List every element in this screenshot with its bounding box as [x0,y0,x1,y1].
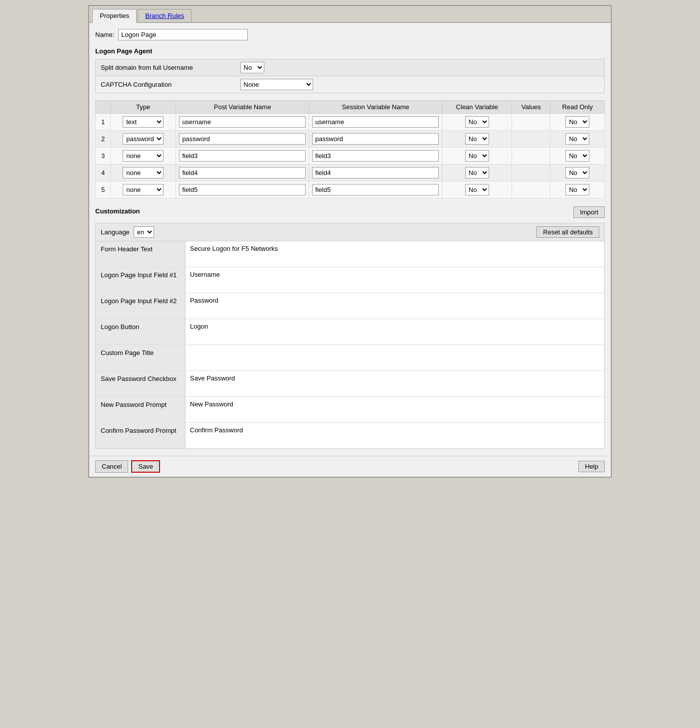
reset-defaults-button[interactable]: Reset all defaults [536,226,599,238]
type-select-5[interactable]: textpasswordnone [123,184,164,195]
clean-select-3[interactable]: NoYes [465,150,489,162]
agent-table: Split domain from full Username No Yes C… [95,59,605,93]
name-label: Name: [95,31,114,38]
row-values [512,182,550,198]
agent-row-1: Split domain from full Username No Yes [96,59,605,76]
custom-field-row: Logon Page Input Field #1 [96,267,604,293]
read-only-select-2[interactable]: NoYes [565,133,589,145]
agent-row-2: CAPTCHA Configuration None Google reCAPT… [96,76,605,93]
fields-header-row: Type Post Variable Name Session Variable… [96,101,605,114]
custom-textarea-6[interactable] [188,399,601,419]
custom-field-label-5: Save Password Checkbox [96,371,185,396]
read-only-select-1[interactable]: NoYes [565,116,589,128]
row-type: textpasswordnone [111,165,176,182]
session-var-input-4[interactable] [312,167,439,179]
custom-field-value-2 [185,293,604,319]
help-button[interactable]: Help [578,461,605,472]
row-type: textpasswordnone [111,131,176,148]
row-read-only: NoYes [550,165,605,182]
col-type: Type [111,101,176,114]
tab-properties[interactable]: Properties [92,9,137,23]
custom-field-label-4: Custom Page Title [96,345,185,370]
custom-field-value-5 [185,371,604,396]
row-read-only: NoYes [550,148,605,165]
col-values: Values [512,101,550,114]
language-select[interactable]: en de es fr ja zh [134,226,154,238]
custom-textarea-2[interactable] [188,295,601,315]
import-button[interactable]: Import [573,206,605,218]
custom-field-row: Form Header Text [96,241,604,267]
row-post-var [176,148,309,165]
custom-textarea-4[interactable] [188,347,601,367]
session-var-input-5[interactable] [312,184,439,195]
read-only-select-3[interactable]: NoYes [565,150,589,162]
row-post-var [176,165,309,182]
row-values [512,148,550,165]
type-select-1[interactable]: textpasswordnone [123,116,164,128]
post-var-input-3[interactable] [179,150,306,162]
table-row: 4textpasswordnoneNoYesNoYes [96,165,605,182]
post-var-input-5[interactable] [179,184,306,195]
custom-textarea-7[interactable] [188,425,601,445]
custom-field-value-4 [185,345,604,370]
fields-table: Type Post Variable Name Session Variable… [95,100,605,198]
row-post-var [176,182,309,198]
col-num [96,101,111,114]
custom-field-label-1: Logon Page Input Field #1 [96,267,185,293]
clean-select-4[interactable]: NoYes [465,167,489,179]
customization-fields: Form Header TextLogon Page Input Field #… [95,241,605,449]
row-type: textpasswordnone [111,182,176,198]
read-only-select-5[interactable]: NoYes [565,184,589,195]
clean-select-1[interactable]: NoYes [465,116,489,128]
row-values [512,165,550,182]
row-clean: NoYes [442,148,512,165]
read-only-select-4[interactable]: NoYes [565,167,589,179]
row-num: 5 [96,182,111,198]
captcha-select[interactable]: None Google reCAPTCHA hCaptcha [240,79,313,90]
cancel-button[interactable]: Cancel [95,460,128,473]
custom-field-row: New Password Prompt [96,397,604,423]
type-select-2[interactable]: textpasswordnone [123,133,164,145]
post-var-input-1[interactable] [179,116,306,128]
custom-field-row: Custom Page Title [96,345,604,371]
row-session-var [309,182,442,198]
row-post-var [176,131,309,148]
split-domain-select[interactable]: No Yes [240,62,264,73]
row-num: 4 [96,165,111,182]
session-var-input-3[interactable] [312,150,439,162]
post-var-input-2[interactable] [179,133,306,145]
row-type: textpasswordnone [111,148,176,165]
custom-field-value-3 [185,319,604,345]
custom-textarea-5[interactable] [188,373,601,393]
clean-select-2[interactable]: NoYes [465,133,489,145]
custom-field-value-1 [185,267,604,293]
post-var-input-4[interactable] [179,167,306,179]
col-session-var: Session Variable Name [309,101,442,114]
row-clean: NoYes [442,165,512,182]
custom-textarea-0[interactable] [188,243,601,263]
custom-textarea-3[interactable] [188,321,601,341]
clean-select-5[interactable]: NoYes [465,184,489,195]
save-button[interactable]: Save [131,460,160,473]
custom-textarea-1[interactable] [188,269,601,289]
custom-field-value-7 [185,423,604,448]
logon-page-agent-title: Logon Page Agent [95,47,605,55]
footer-buttons-left: Cancel Save [95,460,160,473]
col-read-only: Read Only [550,101,605,114]
custom-field-value-6 [185,397,604,422]
row-session-var [309,165,442,182]
row-num: 3 [96,148,111,165]
custom-field-row: Save Password Checkbox [96,371,604,397]
tab-branch-rules[interactable]: Branch Rules [138,9,191,22]
custom-field-row: Confirm Password Prompt [96,423,604,448]
row-read-only: NoYes [550,131,605,148]
row-clean: NoYes [442,114,512,131]
type-select-4[interactable]: textpasswordnone [123,167,164,179]
name-input[interactable] [118,29,248,40]
session-var-input-1[interactable] [312,116,439,128]
type-select-3[interactable]: textpasswordnone [123,150,164,162]
table-row: 2textpasswordnoneNoYesNoYes [96,131,605,148]
row-session-var [309,131,442,148]
customization-header: Customization Import [95,205,605,219]
session-var-input-2[interactable] [312,133,439,145]
